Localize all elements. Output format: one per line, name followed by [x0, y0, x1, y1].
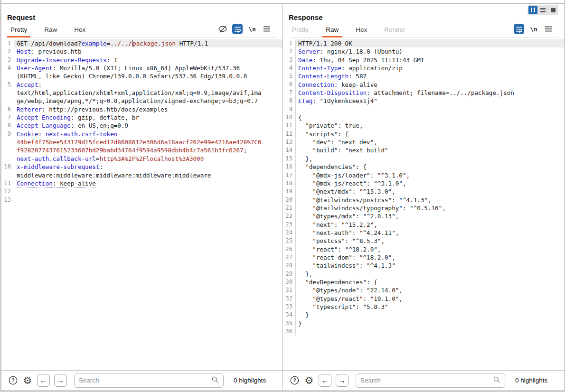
tab-render: Render	[381, 23, 408, 37]
code-line: "@next/mdx": "^15.3.0",	[296, 187, 564, 196]
line-number: 2	[283, 47, 296, 56]
line-number	[1, 171, 14, 179]
code-line: "@tailwindcss/typography": "^0.5.16",	[296, 204, 564, 212]
menu-icon[interactable]	[543, 24, 554, 34]
code-line: }	[296, 311, 564, 319]
line-number: 6	[283, 81, 296, 89]
menu-icon[interactable]	[262, 24, 272, 34]
magnifier-icon	[493, 376, 500, 385]
line-number: 18	[283, 179, 296, 187]
code-line: "dependencies": {	[296, 163, 564, 171]
line-number	[1, 146, 14, 154]
line-number: 1	[1, 39, 14, 47]
line-number: 32	[283, 295, 296, 303]
tab-pretty[interactable]: Pretty	[7, 23, 30, 37]
line-number: 3	[283, 56, 296, 64]
code-line: "@types/react": "19.1.0",	[296, 295, 564, 303]
line-number: 13	[1, 196, 14, 204]
svg-text:?: ?	[293, 377, 296, 383]
response-editor[interactable]: 1HTTP/1.1 200 OK2Server: nginx/1.18.0 (U…	[283, 37, 564, 370]
code-line: Accept-Encoding: gzip, deflate, br	[14, 113, 282, 121]
code-line: "react-dom": "^18.2.0",	[296, 253, 564, 261]
tab-hex[interactable]: Hex	[352, 23, 370, 37]
code-line: HTTP/1.1 200 OK	[296, 39, 564, 47]
search-prev-button[interactable]: ←	[319, 374, 331, 387]
help-icon[interactable]: ?	[289, 375, 300, 386]
line-number: 12	[283, 130, 296, 138]
top-divider	[0, 3, 565, 4]
search-next-button[interactable]: →	[54, 374, 67, 387]
line-number: 16	[283, 163, 296, 171]
svg-text:?: ?	[11, 377, 14, 383]
search-prev-button[interactable]: ←	[37, 374, 50, 387]
settings-gear-icon[interactable]: ⚙	[304, 375, 314, 386]
line-number: 5	[283, 72, 296, 80]
help-icon[interactable]: ?	[8, 375, 18, 386]
code-line: middleware:middleware:middleware:middlew…	[14, 171, 282, 179]
request-panel-title: Request	[7, 13, 277, 21]
code-line: Accept-Language: en-US,en;q=0.9	[14, 121, 282, 130]
line-number: 6	[1, 105, 14, 113]
search-next-button[interactable]: →	[336, 374, 348, 387]
code-line: "react": "^18.2.0",	[296, 245, 564, 253]
line-number: 20	[283, 196, 296, 204]
code-line	[14, 196, 282, 204]
line-number: 4	[283, 64, 296, 72]
line-number: 12	[1, 187, 14, 196]
code-line	[14, 187, 282, 196]
tab-raw[interactable]: Raw	[41, 23, 60, 37]
code-line: }	[296, 319, 564, 327]
code-line: next-auth.callback-url=http%3A%2F%2Floca…	[14, 155, 282, 163]
response-search-box	[356, 373, 505, 388]
code-line: "dev": "next dev",	[296, 138, 564, 146]
magnifier-icon	[211, 376, 219, 385]
settings-gear-icon[interactable]: ⚙	[22, 375, 33, 386]
tab-raw[interactable]: Raw	[322, 23, 342, 37]
repeater-window: Request PrettyRawHex	[0, 0, 565, 392]
code-line: x-middleware-subrequest:	[14, 163, 282, 171]
code-line: "next-auth": "^4.24.11",	[296, 229, 564, 237]
code-line: "@mdx-js/loader": "^3.1.0",	[296, 171, 564, 179]
line-number: 22	[283, 212, 296, 220]
response-search-input[interactable]	[360, 377, 493, 384]
line-number	[1, 97, 14, 105]
newline-toggle-icon[interactable]: \n	[247, 24, 257, 34]
code-line: "next": "^15.2.2",	[296, 221, 564, 229]
code-line: "typescript": "5.8.3"	[296, 303, 564, 311]
request-search-input[interactable]	[79, 377, 211, 384]
code-line: ge/webp,image/apng,*/*;q=0.8,application…	[14, 97, 282, 105]
line-number: 33	[283, 303, 296, 311]
line-number: 21	[283, 204, 296, 212]
code-line: text/html,application/xhtml+xml,applicat…	[14, 89, 282, 97]
code-line: "tailwindcss": "^4.1.3"	[296, 261, 564, 270]
hide-icon[interactable]	[217, 24, 228, 34]
line-number: 3	[1, 56, 14, 64]
line-number: 8	[283, 97, 296, 105]
line-number: 13	[283, 138, 296, 146]
request-panel: Request PrettyRawHex	[1, 4, 283, 390]
code-line: Server: nginx/1.18.0 (Ubuntu)	[296, 47, 564, 56]
code-line: Referer: http://previous.htb/docs/exampl…	[14, 105, 282, 113]
line-number: 27	[283, 253, 296, 261]
code-line: Connection: keep-alive	[296, 81, 564, 89]
code-line: f9282077437615233607bd29babd34764f9594a9…	[14, 146, 282, 154]
code-line	[296, 327, 564, 336]
tab-hex[interactable]: Hex	[71, 23, 89, 37]
line-number: 4	[1, 64, 14, 72]
line-number: 7	[283, 89, 296, 97]
line-number: 1	[283, 39, 296, 47]
code-line: "postcss": "^8.5.3",	[296, 237, 564, 245]
code-line: "scripts": {	[296, 130, 564, 138]
word-wrap-icon[interactable]	[232, 24, 243, 34]
code-line: "@mdx-js/react": "^3.1.0",	[296, 179, 564, 187]
code-line: "private": true,	[296, 121, 564, 130]
word-wrap-icon[interactable]	[514, 24, 524, 34]
line-number: 14	[283, 146, 296, 154]
line-number	[1, 89, 14, 97]
newline-toggle-icon[interactable]: \n	[528, 24, 539, 34]
request-editor[interactable]: 1GET /api/download?example=../../package…	[1, 37, 282, 370]
line-number: 10	[1, 163, 14, 171]
line-number: 15	[283, 155, 296, 163]
code-line: {	[296, 113, 564, 121]
window-edge	[0, 0, 1, 392]
